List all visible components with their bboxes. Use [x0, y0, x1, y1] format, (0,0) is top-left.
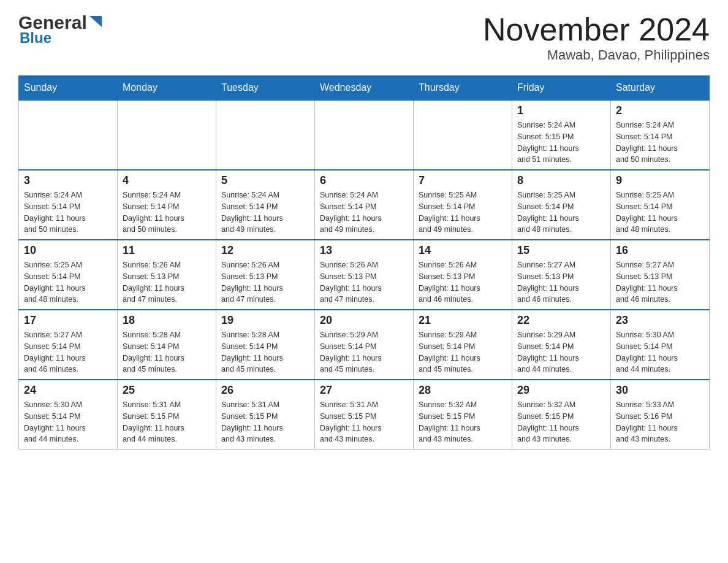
logo-arrow-icon: [89, 16, 103, 32]
day-number: 1: [517, 104, 605, 117]
svg-marker-0: [89, 16, 102, 27]
calendar-cell: 30Sunrise: 5:33 AM Sunset: 5:16 PM Dayli…: [611, 380, 710, 450]
calendar-cell: 21Sunrise: 5:29 AM Sunset: 5:14 PM Dayli…: [414, 310, 512, 380]
calendar-cell: [414, 100, 512, 170]
title-section: November 2024 Mawab, Davao, Philippines: [483, 12, 710, 63]
calendar-cell: 20Sunrise: 5:29 AM Sunset: 5:14 PM Dayli…: [315, 310, 414, 380]
calendar-week-row: 17Sunrise: 5:27 AM Sunset: 5:14 PM Dayli…: [19, 310, 710, 380]
day-info: Sunrise: 5:29 AM Sunset: 5:14 PM Dayligh…: [320, 329, 408, 375]
location-title: Mawab, Davao, Philippines: [483, 47, 710, 63]
day-number: 23: [616, 314, 704, 327]
col-header-monday: Monday: [118, 76, 216, 101]
calendar-cell: 16Sunrise: 5:27 AM Sunset: 5:13 PM Dayli…: [611, 240, 710, 310]
day-info: Sunrise: 5:31 AM Sunset: 5:15 PM Dayligh…: [320, 399, 408, 445]
calendar-week-row: 3Sunrise: 5:24 AM Sunset: 5:14 PM Daylig…: [19, 170, 710, 240]
calendar-cell: 10Sunrise: 5:25 AM Sunset: 5:14 PM Dayli…: [19, 240, 118, 310]
col-header-friday: Friday: [512, 76, 611, 101]
day-info: Sunrise: 5:24 AM Sunset: 5:15 PM Dayligh…: [517, 120, 605, 166]
day-number: 11: [123, 244, 211, 257]
day-info: Sunrise: 5:24 AM Sunset: 5:14 PM Dayligh…: [123, 190, 211, 236]
day-number: 15: [517, 244, 605, 257]
day-info: Sunrise: 5:29 AM Sunset: 5:14 PM Dayligh…: [517, 329, 605, 375]
calendar-cell: 11Sunrise: 5:26 AM Sunset: 5:13 PM Dayli…: [118, 240, 216, 310]
col-header-saturday: Saturday: [611, 76, 710, 101]
calendar-cell: [315, 100, 414, 170]
day-info: Sunrise: 5:33 AM Sunset: 5:16 PM Dayligh…: [616, 399, 704, 445]
day-number: 7: [419, 174, 507, 187]
month-title: November 2024: [483, 12, 710, 47]
calendar-cell: 22Sunrise: 5:29 AM Sunset: 5:14 PM Dayli…: [512, 310, 611, 380]
col-header-sunday: Sunday: [19, 76, 118, 101]
calendar-week-row: 1Sunrise: 5:24 AM Sunset: 5:15 PM Daylig…: [19, 100, 710, 170]
day-number: 28: [419, 384, 507, 397]
day-info: Sunrise: 5:26 AM Sunset: 5:13 PM Dayligh…: [419, 259, 507, 305]
day-number: 22: [517, 314, 605, 327]
day-number: 14: [419, 244, 507, 257]
day-info: Sunrise: 5:27 AM Sunset: 5:13 PM Dayligh…: [517, 259, 605, 305]
calendar-cell: 24Sunrise: 5:30 AM Sunset: 5:14 PM Dayli…: [19, 380, 118, 450]
day-info: Sunrise: 5:30 AM Sunset: 5:14 PM Dayligh…: [616, 329, 704, 375]
calendar-cell: 17Sunrise: 5:27 AM Sunset: 5:14 PM Dayli…: [19, 310, 118, 380]
day-info: Sunrise: 5:31 AM Sunset: 5:15 PM Dayligh…: [221, 399, 309, 445]
day-info: Sunrise: 5:27 AM Sunset: 5:14 PM Dayligh…: [24, 329, 112, 375]
day-info: Sunrise: 5:24 AM Sunset: 5:14 PM Dayligh…: [24, 190, 112, 236]
day-info: Sunrise: 5:31 AM Sunset: 5:15 PM Dayligh…: [123, 399, 211, 445]
calendar-cell: 2Sunrise: 5:24 AM Sunset: 5:14 PM Daylig…: [611, 100, 710, 170]
day-info: Sunrise: 5:25 AM Sunset: 5:14 PM Dayligh…: [419, 190, 507, 236]
day-number: 17: [24, 314, 112, 327]
logo-blue-text: Blue: [18, 29, 51, 47]
day-number: 2: [616, 104, 704, 117]
calendar-cell: 23Sunrise: 5:30 AM Sunset: 5:14 PM Dayli…: [611, 310, 710, 380]
calendar-cell: 27Sunrise: 5:31 AM Sunset: 5:15 PM Dayli…: [315, 380, 414, 450]
day-number: 9: [616, 174, 704, 187]
day-info: Sunrise: 5:25 AM Sunset: 5:14 PM Dayligh…: [616, 190, 704, 236]
day-info: Sunrise: 5:24 AM Sunset: 5:14 PM Dayligh…: [221, 190, 309, 236]
day-info: Sunrise: 5:30 AM Sunset: 5:14 PM Dayligh…: [24, 399, 112, 445]
calendar-cell: 1Sunrise: 5:24 AM Sunset: 5:15 PM Daylig…: [512, 100, 611, 170]
calendar-cell: 28Sunrise: 5:32 AM Sunset: 5:15 PM Dayli…: [414, 380, 512, 450]
calendar-header-row: SundayMondayTuesdayWednesdayThursdayFrid…: [19, 76, 710, 101]
day-number: 10: [24, 244, 112, 257]
day-number: 13: [320, 244, 408, 257]
day-number: 5: [221, 174, 309, 187]
day-number: 26: [221, 384, 309, 397]
col-header-wednesday: Wednesday: [315, 76, 414, 101]
calendar-cell: 13Sunrise: 5:26 AM Sunset: 5:13 PM Dayli…: [315, 240, 414, 310]
day-info: Sunrise: 5:25 AM Sunset: 5:14 PM Dayligh…: [24, 259, 112, 305]
calendar-cell: 3Sunrise: 5:24 AM Sunset: 5:14 PM Daylig…: [19, 170, 118, 240]
day-number: 21: [419, 314, 507, 327]
page-header: General Blue November 2024 Mawab, Davao,…: [18, 12, 710, 63]
calendar-cell: 25Sunrise: 5:31 AM Sunset: 5:15 PM Dayli…: [118, 380, 216, 450]
day-info: Sunrise: 5:28 AM Sunset: 5:14 PM Dayligh…: [221, 329, 309, 375]
day-info: Sunrise: 5:24 AM Sunset: 5:14 PM Dayligh…: [616, 120, 704, 166]
day-number: 4: [123, 174, 211, 187]
day-number: 20: [320, 314, 408, 327]
day-number: 24: [24, 384, 112, 397]
day-info: Sunrise: 5:26 AM Sunset: 5:13 PM Dayligh…: [320, 259, 408, 305]
day-number: 3: [24, 174, 112, 187]
calendar-cell: 9Sunrise: 5:25 AM Sunset: 5:14 PM Daylig…: [611, 170, 710, 240]
calendar-cell: 26Sunrise: 5:31 AM Sunset: 5:15 PM Dayli…: [216, 380, 315, 450]
calendar-cell: 4Sunrise: 5:24 AM Sunset: 5:14 PM Daylig…: [118, 170, 216, 240]
day-info: Sunrise: 5:27 AM Sunset: 5:13 PM Dayligh…: [616, 259, 704, 305]
day-number: 12: [221, 244, 309, 257]
col-header-thursday: Thursday: [414, 76, 512, 101]
calendar-cell: 19Sunrise: 5:28 AM Sunset: 5:14 PM Dayli…: [216, 310, 315, 380]
calendar-cell: 12Sunrise: 5:26 AM Sunset: 5:13 PM Dayli…: [216, 240, 315, 310]
day-number: 6: [320, 174, 408, 187]
calendar-cell: 5Sunrise: 5:24 AM Sunset: 5:14 PM Daylig…: [216, 170, 315, 240]
day-number: 18: [123, 314, 211, 327]
calendar-table: SundayMondayTuesdayWednesdayThursdayFrid…: [18, 75, 710, 450]
calendar-cell: [19, 100, 118, 170]
calendar-cell: 8Sunrise: 5:25 AM Sunset: 5:14 PM Daylig…: [512, 170, 611, 240]
day-info: Sunrise: 5:32 AM Sunset: 5:15 PM Dayligh…: [517, 399, 605, 445]
calendar-week-row: 24Sunrise: 5:30 AM Sunset: 5:14 PM Dayli…: [19, 380, 710, 450]
col-header-tuesday: Tuesday: [216, 76, 315, 101]
logo: General Blue: [18, 12, 103, 47]
calendar-cell: 18Sunrise: 5:28 AM Sunset: 5:14 PM Dayli…: [118, 310, 216, 380]
day-number: 19: [221, 314, 309, 327]
calendar-cell: [216, 100, 315, 170]
day-info: Sunrise: 5:26 AM Sunset: 5:13 PM Dayligh…: [221, 259, 309, 305]
calendar-cell: 15Sunrise: 5:27 AM Sunset: 5:13 PM Dayli…: [512, 240, 611, 310]
calendar-cell: [118, 100, 216, 170]
